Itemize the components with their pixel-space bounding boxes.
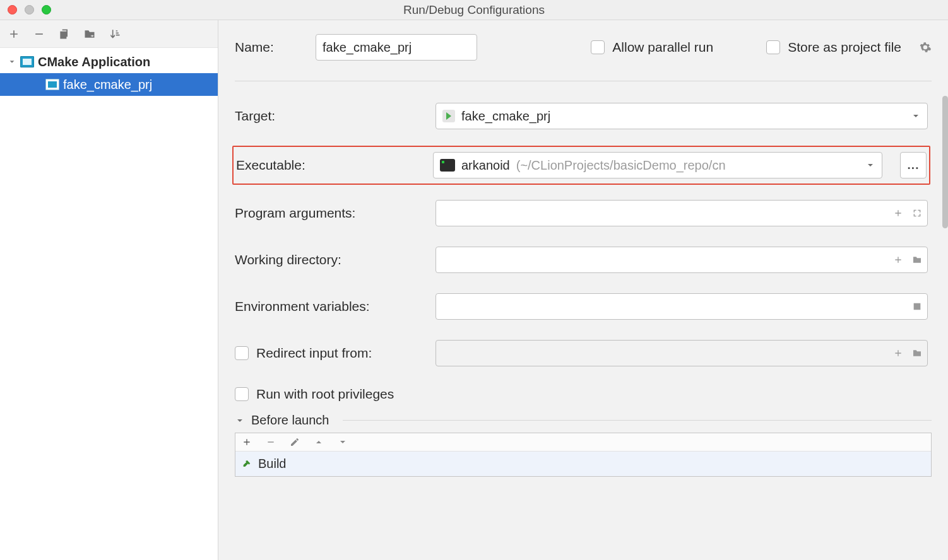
row-executable: Executable: arkanoid (~/CLionProjects/ba… bbox=[236, 152, 927, 178]
tree-item-label: fake_cmake_prj bbox=[63, 76, 152, 93]
row-working-directory: Working directory: bbox=[235, 247, 928, 273]
move-down-button[interactable] bbox=[338, 437, 348, 447]
tree-parent-cmake-application[interactable]: CMake Application bbox=[0, 50, 218, 73]
executable-browse-button[interactable]: ... bbox=[900, 152, 927, 178]
main-panel: Name: Allow parallel run Store as projec… bbox=[218, 20, 948, 560]
working-directory-field[interactable] bbox=[435, 247, 928, 273]
sort-button[interactable] bbox=[109, 28, 121, 40]
allow-parallel-run-label: Allow parallel run bbox=[612, 40, 713, 55]
executable-name: arkanoid bbox=[461, 158, 510, 173]
plus-icon bbox=[893, 208, 903, 218]
checkbox-icon bbox=[766, 40, 780, 54]
remove-task-button[interactable] bbox=[266, 437, 276, 447]
list-icon bbox=[912, 301, 922, 312]
gear-icon bbox=[919, 41, 932, 54]
browse-folder-button[interactable] bbox=[912, 255, 922, 265]
environment-variables-label: Environment variables: bbox=[235, 299, 418, 314]
plus-icon bbox=[8, 28, 20, 40]
before-launch-item-build[interactable]: Build bbox=[235, 452, 931, 476]
cmake-icon bbox=[45, 79, 59, 90]
plus-icon bbox=[242, 437, 252, 447]
checkbox-icon bbox=[591, 40, 605, 54]
root-privileges-label: Run with root privileges bbox=[256, 387, 394, 402]
target-value: fake_cmake_prj bbox=[461, 109, 550, 124]
name-label: Name: bbox=[235, 40, 298, 55]
sidebar: CMake Application fake_cmake_prj bbox=[0, 20, 218, 560]
expand-icon bbox=[912, 208, 922, 218]
scrollbar[interactable] bbox=[942, 96, 948, 228]
before-launch-item-label: Build bbox=[258, 457, 286, 471]
redirect-input-checkbox[interactable]: Redirect input from: bbox=[235, 346, 418, 361]
insert-macro-button[interactable] bbox=[893, 255, 903, 265]
chevron-down-icon bbox=[865, 160, 875, 170]
checkbox-icon bbox=[235, 387, 249, 401]
row-target: Target: fake_cmake_prj bbox=[235, 103, 928, 129]
minus-icon bbox=[33, 28, 45, 40]
tree-parent-label: CMake Application bbox=[38, 53, 150, 71]
titlebar: Run/Debug Configurations bbox=[0, 0, 948, 20]
folder-icon bbox=[912, 348, 922, 358]
redirect-input-field bbox=[435, 340, 928, 366]
folder-icon bbox=[83, 28, 96, 40]
edit-env-button[interactable] bbox=[912, 301, 922, 312]
before-launch-header[interactable]: Before launch bbox=[235, 413, 932, 428]
edit-task-button[interactable] bbox=[290, 437, 300, 447]
folder-icon bbox=[912, 255, 922, 265]
chevron-down-icon bbox=[911, 111, 921, 121]
run-target-icon bbox=[442, 110, 455, 122]
project-file-settings-button[interactable] bbox=[919, 41, 932, 54]
plus-icon bbox=[893, 348, 903, 358]
config-tree: CMake Application fake_cmake_prj bbox=[0, 48, 218, 560]
environment-variables-input[interactable] bbox=[442, 300, 912, 314]
expand-field-button[interactable] bbox=[912, 208, 922, 218]
executable-path: (~/CLionProjects/basicDemo_repo/cn bbox=[516, 158, 726, 173]
environment-variables-field[interactable] bbox=[435, 293, 928, 320]
executable-label: Executable: bbox=[236, 158, 415, 173]
working-directory-input[interactable] bbox=[442, 253, 893, 267]
allow-parallel-run-checkbox[interactable]: Allow parallel run bbox=[591, 40, 713, 55]
store-as-project-file-checkbox[interactable]: Store as project file bbox=[766, 40, 901, 55]
redirect-input-label: Redirect input from: bbox=[256, 346, 372, 361]
insert-macro-button bbox=[893, 348, 903, 358]
remove-config-button[interactable] bbox=[33, 28, 45, 40]
before-launch-toolbar bbox=[235, 433, 931, 452]
target-label: Target: bbox=[235, 108, 418, 124]
row-program-arguments: Program arguments: bbox=[235, 200, 928, 226]
working-directory-label: Working directory: bbox=[235, 252, 418, 267]
plus-icon bbox=[893, 255, 903, 265]
root-privileges-checkbox[interactable]: Run with root privileges bbox=[235, 387, 394, 402]
row-environment-variables: Environment variables: bbox=[235, 293, 928, 320]
copy-icon bbox=[58, 28, 71, 40]
store-as-project-file-label: Store as project file bbox=[788, 40, 901, 55]
sidebar-toolbar bbox=[0, 20, 218, 48]
minus-icon bbox=[266, 437, 276, 447]
program-arguments-field[interactable] bbox=[435, 200, 928, 226]
separator bbox=[343, 420, 932, 421]
executable-highlight: Executable: arkanoid (~/CLionProjects/ba… bbox=[232, 146, 930, 185]
add-config-button[interactable] bbox=[8, 28, 20, 40]
before-launch-title: Before launch bbox=[251, 413, 329, 428]
save-template-button[interactable] bbox=[83, 28, 96, 40]
name-input[interactable] bbox=[316, 34, 477, 61]
row-redirect-input: Redirect input from: bbox=[235, 340, 928, 366]
executable-combo[interactable]: arkanoid (~/CLionProjects/basicDemo_repo… bbox=[433, 152, 882, 178]
insert-macro-button[interactable] bbox=[893, 208, 903, 218]
before-launch-section: Before launch Build bbox=[235, 413, 932, 477]
tree-item-fake-cmake-prj[interactable]: fake_cmake_prj bbox=[0, 73, 218, 96]
svg-rect-0 bbox=[35, 33, 43, 35]
redirect-input-input bbox=[442, 346, 893, 361]
copy-config-button[interactable] bbox=[58, 28, 71, 40]
target-combo[interactable]: fake_cmake_prj bbox=[435, 103, 928, 129]
program-arguments-input[interactable] bbox=[442, 206, 893, 221]
window-title: Run/Debug Configurations bbox=[0, 3, 948, 17]
move-up-button[interactable] bbox=[314, 437, 324, 447]
hammer-icon bbox=[242, 459, 252, 469]
terminal-icon bbox=[440, 159, 455, 172]
pencil-icon bbox=[290, 437, 300, 447]
chevron-down-icon bbox=[8, 57, 16, 66]
add-task-button[interactable] bbox=[242, 437, 252, 447]
cmake-icon bbox=[20, 56, 34, 67]
row-name: Name: Allow parallel run Store as projec… bbox=[235, 34, 932, 61]
program-arguments-label: Program arguments: bbox=[235, 206, 418, 221]
chevron-down-icon bbox=[235, 416, 245, 426]
